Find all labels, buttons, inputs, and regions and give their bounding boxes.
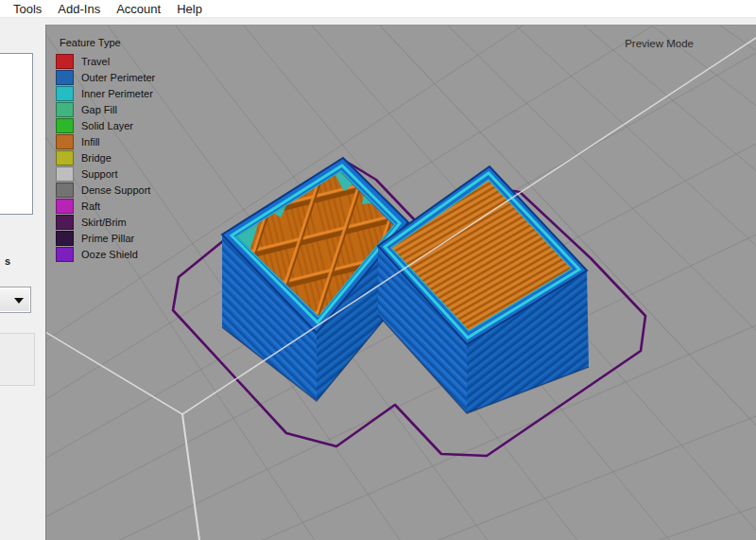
menu-item-account[interactable]: Account <box>116 0 161 18</box>
legend-row-raft: Raft <box>56 198 155 214</box>
left-sidebar-clipped: s <box>0 18 45 540</box>
legend-swatch <box>56 166 74 182</box>
menu-item-tools[interactable]: Tools <box>13 0 42 18</box>
model-right-cube[interactable] <box>378 166 589 413</box>
legend-row-skirt-brim: Skirt/Brim <box>56 214 155 230</box>
legend-row-outer-perimeter: Outer Perimeter <box>56 69 155 85</box>
legend-label: Skirt/Brim <box>81 217 127 228</box>
menu-item-addins[interactable]: Add-Ins <box>58 0 100 18</box>
legend-swatch <box>56 215 74 230</box>
legend-label: Infill <box>81 136 100 148</box>
legend-row-solid-layer: Solid Layer <box>56 117 155 133</box>
legend-swatch <box>56 150 74 165</box>
preview-3d-viewport[interactable]: Feature Type TravelOuter PerimeterInner … <box>45 25 756 540</box>
legend-row-inner-perimeter: Inner Perimeter <box>56 85 155 101</box>
legend-title: Feature Type <box>60 37 155 48</box>
legend-label: Bridge <box>81 152 112 164</box>
legend-label: Dense Support <box>81 184 150 196</box>
legend-row-bridge: Bridge <box>56 149 155 165</box>
legend-swatch <box>56 102 74 117</box>
feature-type-legend: Feature Type TravelOuter PerimeterInner … <box>56 37 155 262</box>
legend-row-infill: Infill <box>56 133 155 149</box>
legend-row-prime-pillar: Prime Pillar <box>56 230 155 246</box>
sidebar-panel <box>0 333 35 386</box>
sidebar-listbox[interactable] <box>0 53 33 215</box>
legend-swatch <box>56 247 74 262</box>
menu-item-help[interactable]: Help <box>177 0 202 18</box>
preview-mode-label: Preview Mode <box>625 38 694 49</box>
legend-row-support: Support <box>56 165 155 182</box>
legend-swatch <box>56 70 74 85</box>
sidebar-dropdown[interactable] <box>0 287 31 313</box>
legend-swatch <box>56 134 74 149</box>
legend-label: Support <box>81 168 118 180</box>
legend-label: Prime Pillar <box>81 233 134 244</box>
legend-swatch <box>56 199 74 214</box>
menu-bar: ToolsAdd-InsAccountHelp <box>0 0 756 18</box>
legend-label: Ooze Shield <box>81 249 138 260</box>
legend-row-gap-fill: Gap Fill <box>56 101 155 117</box>
legend-label: Raft <box>81 200 100 212</box>
legend-label: Outer Perimeter <box>81 72 155 83</box>
bed-axes <box>46 332 199 540</box>
sidebar-label-fragment: s <box>5 255 10 267</box>
legend-row-dense-support: Dense Support <box>56 182 155 198</box>
legend-swatch <box>56 183 74 198</box>
legend-label: Solid Layer <box>81 120 133 131</box>
legend-label: Gap Fill <box>81 104 117 115</box>
chevron-down-icon <box>14 298 24 304</box>
legend-swatch <box>56 54 74 69</box>
legend-row-ooze-shield: Ooze Shield <box>56 246 155 262</box>
legend-row-travel: Travel <box>56 53 155 69</box>
legend-label: Travel <box>81 56 110 67</box>
legend-swatch <box>56 118 74 133</box>
legend-label: Inner Perimeter <box>81 88 153 99</box>
legend-swatch <box>56 86 74 101</box>
legend-swatch <box>56 231 74 246</box>
